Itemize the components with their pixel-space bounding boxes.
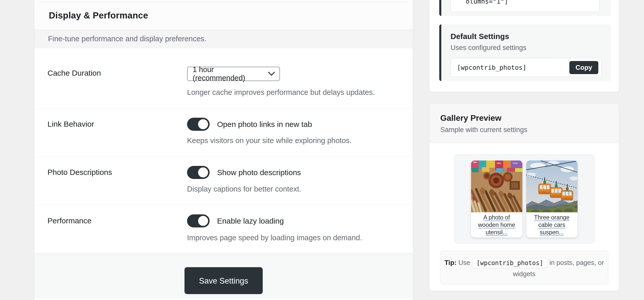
cache-duration-label: Cache Duration — [47, 67, 187, 108]
gallery-preview-box: A photo of wooden home utensil... — [454, 154, 595, 244]
shortcode-cards-panel: olumns="1"] Default Settings Uses config… — [429, 0, 619, 92]
setting-row-cache-duration: Cache Duration 1 hour (recommended) Long… — [34, 48, 413, 109]
tip-shortcode: [wpcontrib_photos] — [472, 258, 548, 268]
photo-descriptions-toggle-line: Show photo descriptions — [187, 166, 301, 179]
panel-footer: Save Settings — [34, 254, 413, 299]
default-settings-subtitle: Uses configured settings — [451, 44, 602, 52]
shortcode-example-card: olumns="1"] — [439, 0, 611, 16]
tip-label: Tip: — [444, 259, 456, 266]
toggle-knob — [198, 216, 208, 226]
setting-row-photo-descriptions: Photo Descriptions Show photo descriptio… — [34, 157, 413, 205]
cache-duration-select-value: 1 hour (recommended) — [193, 65, 265, 82]
link-behavior-toggle-line: Open photo links in new tab — [187, 118, 352, 131]
photo-descriptions-toggle[interactable] — [187, 166, 210, 179]
setting-row-link-behavior: Link Behavior Open photo links in new ta… — [34, 109, 413, 157]
link-behavior-toggle[interactable] — [187, 118, 210, 131]
toggle-knob — [198, 167, 208, 177]
sidebar: olumns="1"] Default Settings Uses config… — [429, 0, 619, 291]
link-behavior-toggle-label: Open photo links in new tab — [217, 120, 312, 129]
performance-label: Performance — [47, 214, 187, 253]
copy-button[interactable]: Copy — [569, 61, 598, 74]
display-performance-panel: Display & Performance Fine-tune performa… — [34, 0, 413, 300]
toggle-knob — [198, 119, 208, 129]
link-behavior-label: Link Behavior — [47, 118, 187, 156]
wooden-utensils-photo — [471, 161, 522, 212]
photo-descriptions-label: Photo Descriptions — [47, 166, 187, 204]
performance-toggle-label: Enable lazy loading — [217, 217, 284, 225]
photo-link-cable-cars[interactable]: Three orange cable cars suspen... — [528, 214, 575, 236]
photo-card-wooden-utensils: A photo of wooden home utensil... — [471, 161, 522, 237]
photo-link-wooden-utensils[interactable]: A photo of wooden home utensil... — [473, 214, 520, 236]
performance-toggle-line: Enable lazy loading — [187, 214, 362, 227]
cache-duration-select[interactable]: 1 hour (recommended) — [187, 67, 280, 81]
settings-page: { "main_panel": { "title": "Display & Pe… — [0, 0, 644, 300]
photo-descriptions-control: Show photo descriptions Display captions… — [187, 166, 301, 204]
shortcode-row: [wpcontrib_photos] Copy — [451, 58, 602, 77]
photo-caption: Three orange cable cars suspen... — [526, 212, 578, 237]
gallery-preview-header: Gallery Preview Sample with current sett… — [430, 104, 619, 143]
tip-box: Tip: Use [wpcontrib_photos] in posts, pa… — [440, 251, 608, 284]
cache-duration-help: Longer cache improves performance but de… — [187, 88, 375, 97]
photo-caption: A photo of wooden home utensil... — [471, 212, 522, 237]
gallery-preview-title: Gallery Preview — [440, 113, 619, 123]
performance-help: Improves page speed by loading images on… — [187, 234, 362, 242]
shortcode-example-code-box: olumns="1"] — [451, 0, 599, 12]
photo-descriptions-help: Display captions for better context. — [187, 185, 301, 193]
shortcode-example-code: olumns="1"] — [466, 0, 508, 5]
page-title: Display & Performance — [49, 10, 148, 21]
tip-text-before: Use — [458, 259, 470, 266]
gallery-preview-panel: Gallery Preview Sample with current sett… — [429, 103, 619, 291]
panel-subtitle: Fine-tune performance and display prefer… — [34, 30, 413, 48]
link-behavior-control: Open photo links in new tab Keeps visito… — [187, 118, 352, 156]
photo-descriptions-toggle-label: Show photo descriptions — [217, 168, 301, 177]
chevron-down-icon — [268, 72, 275, 76]
performance-control: Enable lazy loading Improves page speed … — [187, 214, 362, 253]
panel-subtitle-text: Fine-tune performance and display prefer… — [48, 35, 206, 43]
performance-toggle[interactable] — [187, 214, 210, 227]
panel-header: Display & Performance — [34, 1, 413, 30]
setting-row-performance: Performance Enable lazy loading Improves… — [34, 205, 413, 254]
link-behavior-help: Keeps visitors on your site while explor… — [187, 136, 352, 145]
photo-card-cable-cars: Three orange cable cars suspen... — [526, 161, 578, 237]
save-settings-button[interactable]: Save Settings — [184, 267, 263, 294]
default-settings-title: Default Settings — [451, 32, 602, 41]
default-settings-card: Default Settings Uses configured setting… — [439, 24, 611, 81]
cable-cars-photo — [526, 161, 578, 212]
cache-duration-control: 1 hour (recommended) Longer cache improv… — [187, 67, 375, 108]
shortcode-text: [wpcontrib_photos] — [457, 64, 526, 71]
gallery-preview-subtitle: Sample with current settings — [440, 126, 619, 134]
